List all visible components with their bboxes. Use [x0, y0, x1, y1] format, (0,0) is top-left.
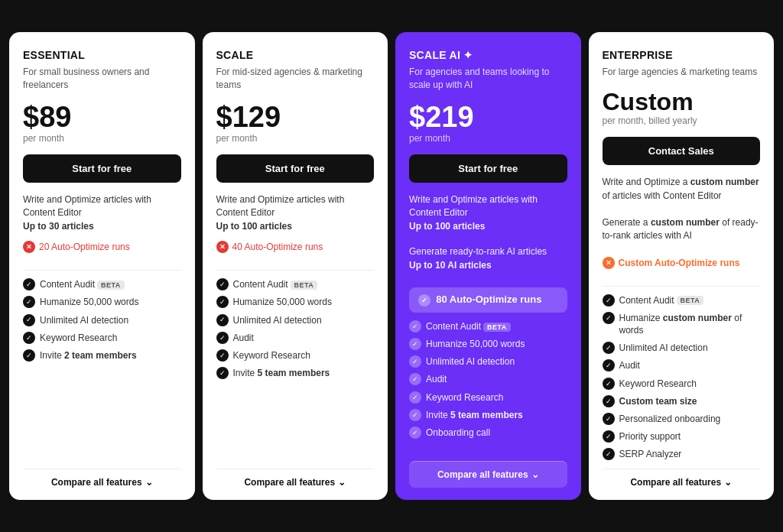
plan-price-label-scale-ai: per month: [409, 133, 567, 144]
plan-name-scale: SCALE: [216, 49, 375, 61]
check-icon: ✓: [23, 296, 35, 308]
auto-opt-enterprise: ✕ Custom Auto-Optimize runs: [603, 257, 761, 269]
plan-price-label-essential: per month: [23, 133, 181, 144]
compare-btn-scale[interactable]: Compare all features ⌄: [216, 469, 375, 488]
feature-ai-detection: ✓ Unlimited AI detection: [603, 342, 761, 354]
feature-keyword-research: ✓ Keyword Research: [409, 391, 567, 404]
chevron-down-icon: ⌄: [338, 477, 346, 488]
plan-price-scale: $129: [216, 102, 375, 131]
articles-feature-scale-ai: Write and Optimize articles with Content…: [409, 193, 567, 233]
auto-opt-scale: ✕ 40 Auto-Optimize runs: [216, 241, 375, 253]
feature-ai-detection: ✓ Unlimited AI detection: [216, 314, 375, 326]
cta-button-essential[interactable]: Start for free: [23, 154, 181, 183]
compare-btn-essential[interactable]: Compare all features ⌄: [23, 469, 181, 488]
plan-scale-ai: SCALE AI ✦ For agencies and teams lookin…: [395, 32, 581, 499]
feature-list-essential: ✓ Content AuditBETA ✓ Humanize 50,000 wo…: [23, 278, 181, 362]
check-icon: ✓: [409, 409, 421, 421]
check-icon: ✓: [409, 338, 421, 350]
check-icon: ✓: [603, 448, 615, 460]
feature-priority-support: ✓ Priority support: [603, 430, 761, 443]
check-icon: ✓: [603, 430, 615, 443]
cta-button-enterprise[interactable]: Contact Sales: [603, 137, 761, 165]
feature-audit: ✓ Audit: [409, 373, 567, 385]
plan-price-label-scale: per month: [216, 133, 375, 144]
check-icon: ✓: [603, 413, 615, 425]
feature-onboarding: ✓ Personalized onboarding: [603, 413, 761, 425]
auto-opt-icon-enterprise: ✕: [603, 257, 615, 269]
feature-humanize: ✓ Humanize custom number of words: [603, 312, 761, 336]
check-icon: ✓: [23, 349, 35, 362]
compare-btn-scale-ai[interactable]: Compare all features ⌄: [409, 461, 567, 488]
divider-scale: [216, 270, 375, 271]
check-icon: ✓: [216, 296, 229, 308]
plan-price-essential: $89: [23, 102, 181, 131]
plan-name-scale-ai: SCALE AI ✦: [409, 49, 567, 61]
plan-desc-scale-ai: For agencies and teams looking to scale …: [409, 66, 567, 92]
feature-team-members: ✓ Invite 5 team members: [409, 409, 567, 421]
articles-feature-essential: Write and Optimize articles with Content…: [23, 193, 181, 233]
feature-humanize: ✓ Humanize 50,000 words: [409, 338, 567, 350]
feature-ai-detection: ✓ Unlimited AI detection: [409, 355, 567, 368]
cta-button-scale[interactable]: Start for free: [216, 154, 375, 183]
feature-ai-detection: ✓ Unlimited AI detection: [23, 314, 181, 326]
feature-content-audit: ✓ Content AuditBETA: [603, 294, 761, 307]
check-icon: ✓: [23, 314, 35, 326]
feature-content-audit: ✓ Content AuditBETA: [23, 278, 181, 290]
feature-list-scale-ai: ✓ Content AuditBETA ✓ Humanize 50,000 wo…: [409, 320, 567, 439]
feature-onboarding: ✓ Onboarding call: [409, 427, 567, 439]
check-icon: ✓: [216, 332, 229, 344]
plan-scale: SCALE For mid-sized agencies & marketing…: [203, 32, 388, 499]
check-icon: ✓: [603, 342, 615, 354]
auto-opt-essential: ✕ 20 Auto-Optimize runs: [23, 241, 181, 253]
cta-button-scale-ai[interactable]: Start for free: [409, 154, 567, 183]
feature-keyword-research: ✓ Keyword Research: [23, 332, 181, 344]
compare-btn-enterprise[interactable]: Compare all features ⌄: [603, 469, 761, 488]
auto-opt-icon-scale: ✕: [216, 241, 229, 253]
check-icon: ✓: [603, 395, 615, 407]
check-icon: ✓: [603, 378, 615, 390]
check-icon: ✓: [409, 373, 421, 385]
check-icon: ✓: [23, 278, 35, 290]
divider-enterprise: [603, 286, 761, 287]
auto-opt-runs-scale-ai: ✓ 80 Auto-Optimize runs: [409, 287, 567, 313]
check-icon: ✓: [603, 294, 615, 307]
ai-articles-feature-scale-ai: Generate ready-to-rank AI articles Up to…: [409, 245, 567, 272]
auto-opt-icon-essential: ✕: [23, 241, 35, 253]
check-icon: ✓: [216, 278, 229, 290]
feature-team-members: ✓ Invite 5 team members: [216, 367, 375, 379]
plan-desc-enterprise: For large agencies & marketing teams: [603, 66, 761, 79]
plan-essential: ESSENTIAL For small business owners and …: [9, 32, 195, 499]
check-icon: ✓: [409, 320, 421, 332]
check-icon: ✓: [216, 367, 229, 379]
feature-keyword-research: ✓ Keyword Research: [603, 378, 761, 390]
plan-enterprise: ENTERPRISE For large agencies & marketin…: [589, 32, 775, 499]
plan-price-label-enterprise: per month, billed yearly: [603, 115, 761, 126]
chevron-down-icon: ⌄: [531, 469, 539, 480]
plan-desc-essential: For small business owners and freelancer…: [23, 66, 181, 92]
feature-list-enterprise: ✓ Content AuditBETA ✓ Humanize custom nu…: [603, 294, 761, 461]
divider-essential: [23, 270, 181, 271]
ai-articles-feature-enterprise: Generate a custom number of ready-to-ran…: [603, 216, 761, 243]
feature-list-scale: ✓ Content AuditBETA ✓ Humanize 50,000 wo…: [216, 278, 375, 379]
check-icon: ✓: [409, 427, 421, 439]
feature-content-audit: ✓ Content AuditBETA: [216, 278, 375, 290]
feature-audit: ✓ Audit: [603, 359, 761, 371]
pricing-grid: ESSENTIAL For small business owners and …: [9, 32, 774, 499]
check-icon: ✓: [603, 359, 615, 371]
plan-price-enterprise: Custom: [603, 89, 761, 114]
feature-team-members: ✓ Invite 2 team members: [23, 349, 181, 362]
check-icon: ✓: [216, 349, 229, 362]
plan-name-enterprise: ENTERPRISE: [603, 49, 761, 61]
check-icon: ✓: [23, 332, 35, 344]
feature-keyword-research: ✓ Keyword Research: [216, 349, 375, 362]
check-icon: ✓: [603, 312, 615, 324]
feature-humanize: ✓ Humanize 50,000 words: [216, 296, 375, 308]
check-icon: ✓: [409, 391, 421, 404]
articles-feature-scale: Write and Optimize articles with Content…: [216, 193, 375, 233]
chevron-down-icon: ⌄: [145, 477, 153, 488]
articles-feature-enterprise: Write and Optimize a custom number of ar…: [603, 176, 761, 203]
check-icon: ✓: [216, 314, 229, 326]
feature-serp-analyzer: ✓ SERP Analyzer: [603, 448, 761, 460]
feature-content-audit: ✓ Content AuditBETA: [409, 320, 567, 332]
check-icon: ✓: [409, 355, 421, 368]
